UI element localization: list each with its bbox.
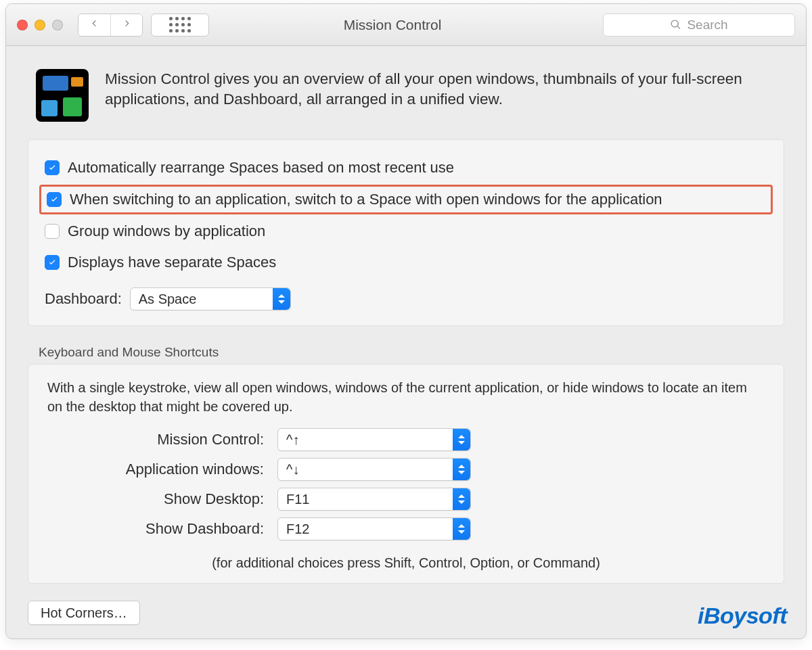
shortcut-label: Mission Control: (47, 431, 264, 448)
search-field[interactable]: Search (603, 14, 795, 37)
show-all-prefs-button[interactable] (151, 14, 209, 37)
window-toolbar: Mission Control Search (6, 4, 806, 46)
preferences-window: Mission Control Search Mission Control g… (5, 3, 807, 639)
stepper-arrows-icon (453, 459, 470, 480)
shortcuts-panel: With a single keystroke, view all open w… (28, 364, 784, 584)
dashboard-field: Dashboard: As Space (45, 278, 767, 310)
select-value: ^↓ (286, 462, 299, 478)
shortcut-select[interactable]: ^↑ (277, 428, 471, 451)
shortcut-select[interactable]: ^↓ (277, 458, 471, 481)
select-value: As Space (139, 292, 197, 307)
checkbox-icon (45, 255, 60, 270)
shortcuts-intro: With a single keystroke, view all open w… (47, 378, 765, 416)
window-title: Mission Control (217, 17, 595, 33)
select-value: F12 (286, 521, 309, 537)
shortcut-label: Show Dashboard: (47, 520, 264, 538)
option-switch-space[interactable]: When switching to an application, switch… (39, 185, 773, 214)
select-value: ^↑ (286, 432, 299, 448)
shortcut-select[interactable]: F12 (277, 517, 471, 540)
shortcut-row-show-dashboard: Show Dashboard: F12 (47, 517, 765, 540)
stepper-arrows-icon (453, 488, 470, 510)
shortcuts-hint: (for additional choices press Shift, Con… (47, 555, 765, 571)
option-label: When switching to an application, switch… (70, 191, 662, 208)
window-traffic-lights (17, 20, 63, 30)
stepper-arrows-icon (453, 518, 470, 540)
options-panel: Automatically rearrange Spaces based on … (28, 139, 784, 326)
back-button[interactable] (78, 14, 110, 36)
shortcut-label: Application windows: (47, 461, 264, 478)
footer: Hot Corners… (28, 601, 140, 625)
option-separate-spaces[interactable]: Displays have separate Spaces (45, 247, 767, 278)
shortcut-select[interactable]: F11 (277, 488, 471, 511)
shortcuts-section-title: Keyboard and Mouse Shortcuts (39, 345, 806, 360)
minimize-window-icon[interactable] (35, 20, 45, 30)
checkbox-icon (45, 224, 60, 239)
dashboard-label: Dashboard: (45, 290, 122, 308)
shortcut-row-show-desktop: Show Desktop: F11 (47, 488, 765, 511)
nav-back-forward (78, 14, 143, 37)
mission-control-icon (36, 69, 89, 122)
stepper-arrows-icon (453, 429, 470, 450)
option-auto-rearrange[interactable]: Automatically rearrange Spaces based on … (45, 152, 767, 183)
grid-icon (169, 17, 191, 33)
pane-header: Mission Control gives you an overview of… (6, 46, 806, 131)
search-icon (670, 19, 681, 30)
option-group-windows[interactable]: Group windows by application (45, 216, 767, 247)
hot-corners-button[interactable]: Hot Corners… (28, 601, 140, 625)
shortcut-label: Show Desktop: (47, 490, 264, 508)
option-label: Automatically rearrange Spaces based on … (68, 159, 454, 177)
stepper-arrows-icon (273, 288, 290, 310)
search-placeholder: Search (687, 18, 727, 32)
checkbox-icon (47, 192, 62, 207)
dashboard-select[interactable]: As Space (130, 287, 291, 310)
zoom-window-icon[interactable] (52, 20, 63, 30)
option-label: Group windows by application (68, 223, 265, 240)
checkbox-icon (45, 160, 60, 175)
close-window-icon[interactable] (17, 20, 28, 30)
pane-description: Mission Control gives you an overview of… (105, 69, 776, 110)
shortcut-row-app-windows: Application windows: ^↓ (47, 458, 765, 481)
forward-button[interactable] (110, 14, 142, 36)
option-label: Displays have separate Spaces (68, 254, 276, 271)
shortcut-row-mission-control: Mission Control: ^↑ (47, 428, 765, 451)
watermark-logo: iBoysoft (698, 603, 787, 629)
select-value: F11 (286, 492, 309, 507)
